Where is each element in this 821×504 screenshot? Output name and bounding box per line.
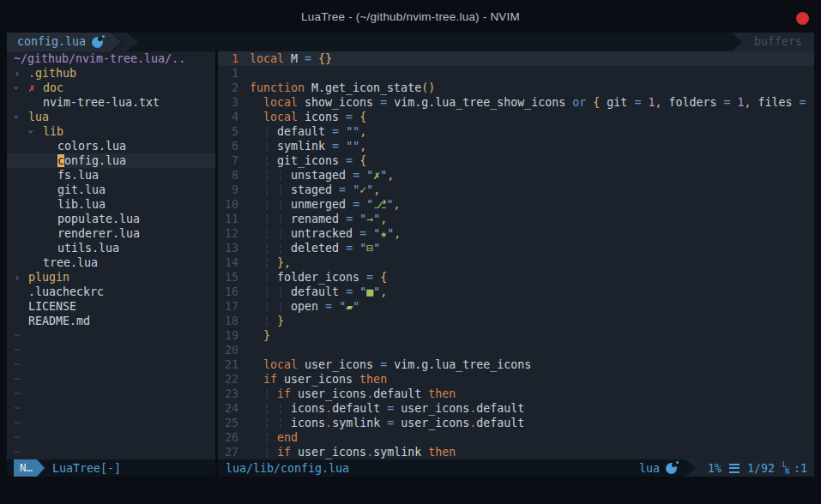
tree-item-label: git.lua	[57, 183, 106, 196]
code-line[interactable]: 1local M = {}	[218, 51, 814, 66]
line-number: 25	[218, 416, 238, 430]
indent-guide: ¦	[263, 140, 270, 153]
tree-item-git.lua[interactable]: git.lua	[7, 183, 215, 197]
tree-root-path[interactable]: ~/github/nvim-tree.lua/..	[7, 51, 215, 66]
close-button[interactable]	[796, 12, 809, 25]
code-line[interactable]: 8 ¦ ¦ unstaged = "✗",	[218, 168, 814, 183]
code-line[interactable]: 18 ¦ }	[218, 314, 814, 328]
code-line[interactable]: 2function M.get_icon_state()	[218, 81, 814, 95]
tree-item-renderer.lua[interactable]: renderer.lua	[7, 226, 215, 241]
string-icon-glyph: →	[366, 213, 373, 225]
tree-item-populate.lua[interactable]: populate.lua	[7, 212, 215, 226]
tree-item-label: lua	[28, 111, 49, 123]
tree-item-fs.lua[interactable]: fs.lua	[7, 168, 215, 183]
line-number: 27	[218, 445, 238, 459]
tree-item-colors.lua[interactable]: colors.lua	[7, 139, 215, 153]
tree-item-nvim-tree-lua.txt[interactable]: nvim-tree-lua.txt	[7, 95, 215, 110]
indent-guide: ¦	[263, 198, 270, 211]
code-line[interactable]: 23 ¦ if user_icons.default then	[218, 387, 814, 401]
buffers-label: buffers	[732, 33, 814, 51]
string-icon-glyph: ★	[380, 227, 387, 240]
code-line[interactable]: 27 ¦ if user_icons.symlink then	[218, 445, 814, 459]
code-line[interactable]: 4 local icons = {	[218, 110, 814, 124]
indent-guide: ¦	[263, 227, 270, 240]
line-number: 16	[218, 285, 238, 299]
code-line[interactable]: 10 ¦ ¦ unmerged = "⎇",	[218, 197, 814, 212]
statusline-file-path: lua/lib/config.lua	[226, 462, 349, 475]
code-line[interactable]: 1	[218, 66, 814, 81]
indent-guide: ¦	[263, 242, 270, 255]
code-line[interactable]: 6 ¦ symlink = "",	[218, 139, 814, 153]
indent-guide: ¦	[277, 183, 284, 196]
tree-item-lua[interactable]: ›lua	[7, 110, 215, 124]
empty-line-tilde: ~	[7, 372, 215, 387]
tree-item-label: tree.lua	[43, 256, 98, 269]
chevron-right-icon[interactable]: ›	[14, 270, 28, 285]
nvim-frame: config.lua buffers ~/github/nvim-tree.lu…	[7, 33, 814, 477]
string-icon-glyph: ⊟	[366, 242, 373, 255]
code-line[interactable]: 9 ¦ ¦ staged = "✓",	[218, 183, 814, 197]
code-line[interactable]: 21 local user_icons = vim.g.lua_tree_ico…	[218, 357, 814, 372]
tree-item-.github[interactable]: ›.github	[7, 66, 215, 81]
tree-item-lib.lua[interactable]: lib.lua	[7, 197, 215, 212]
chevron-right-icon[interactable]: ›	[14, 66, 28, 81]
tree-item-label: README.md	[28, 315, 90, 327]
column-group: L N :1	[782, 462, 807, 475]
code-line[interactable]: 22 if user_icons then	[218, 372, 814, 387]
code-line[interactable]: 5 ¦ default = "",	[218, 124, 814, 139]
tree-item-doc[interactable]: ›✗doc	[7, 81, 215, 95]
indent-guide: ¦	[263, 387, 270, 400]
empty-line-tilde: ~	[7, 401, 215, 416]
code-line[interactable]: 16 ¦ ¦ default = "■",	[218, 285, 814, 299]
mode-indicator: N…	[14, 459, 45, 477]
code-line[interactable]: 17 ¦ ¦ open = "▰"	[218, 299, 814, 314]
titlebar: LuaTree - (~/github/nvim-tree.lua) - NVI…	[0, 0, 821, 33]
tree-cursor: c	[57, 154, 64, 167]
statusline: N… LuaTree[-] lua/lib/config.lua lua 1% …	[7, 459, 814, 477]
tree-item-label: nvim-tree-lua.txt	[43, 96, 160, 109]
indent-guide: ¦	[263, 183, 270, 196]
code-line[interactable]: 11 ¦ ¦ renamed = "→",	[218, 212, 814, 226]
statusline-tree-label: LuaTree[-]	[52, 462, 121, 475]
code-line[interactable]: 13 ¦ ¦ deleted = "⊟"	[218, 241, 814, 255]
tab-config-lua[interactable]: config.lua	[7, 33, 122, 51]
line-number: 20	[218, 343, 238, 357]
column-position: :1	[794, 462, 807, 475]
tree-item-plugin[interactable]: ›plugin	[7, 270, 215, 285]
empty-line-tilde: ~	[7, 328, 215, 343]
indent-guide: ¦	[277, 285, 284, 298]
tree-item-label: .github	[28, 67, 76, 80]
filetype-group: lua	[639, 462, 677, 475]
chevron-down-icon[interactable]: ›	[28, 124, 43, 139]
tree-item-config.lua[interactable]: config.lua	[7, 153, 215, 168]
tree-item-label: renderer.lua	[57, 227, 140, 240]
chevron-down-icon[interactable]: ›	[14, 81, 28, 95]
code-line[interactable]: 14 ¦ },	[218, 255, 814, 270]
code-line[interactable]: 7 ¦ git_icons = {	[218, 153, 814, 168]
tree-item-tree.lua[interactable]: tree.lua	[7, 255, 215, 270]
indent-guide: ¦	[277, 169, 284, 182]
chevron-down-icon[interactable]: ›	[14, 110, 28, 124]
empty-line-tilde: ~	[7, 357, 215, 372]
line-number: 17	[218, 299, 238, 314]
code-line[interactable]: 24 ¦ ¦ icons.default = user_icons.defaul…	[218, 401, 814, 416]
code-line[interactable]: 19 }	[218, 328, 814, 343]
tree-item-lib[interactable]: ›lib	[7, 124, 215, 139]
code-line[interactable]: 12 ¦ ¦ untracked = "★",	[218, 226, 814, 241]
code-pane: 1local M = {}12function M.get_icon_state…	[218, 51, 814, 459]
empty-line-tilde: ~	[7, 430, 215, 445]
code-line[interactable]: 25 ¦ ¦ icons.symlink = user_icons.defaul…	[218, 416, 814, 430]
line-number: 19	[218, 328, 238, 343]
code-line[interactable]: 26 ¦ end	[218, 430, 814, 445]
code-line[interactable]: 20	[218, 343, 814, 357]
tree-item-.luacheckrc[interactable]: .luacheckrc	[7, 285, 215, 299]
tree-item-LICENSE[interactable]: LICENSE	[7, 299, 215, 314]
tree-item-utils.lua[interactable]: utils.lua	[7, 241, 215, 255]
code-line[interactable]: 3 local show_icons = vim.g.lua_tree_show…	[218, 95, 814, 110]
scroll-position-group: 1% 1/92 L N :1	[685, 459, 814, 477]
indent-guide: ¦	[263, 271, 270, 284]
tree-item-README.md[interactable]: README.md	[7, 314, 215, 328]
code-line[interactable]: 15 ¦ folder_icons = {	[218, 270, 814, 285]
string-icon-glyph: ⎇	[373, 198, 386, 211]
line-position: 1/92	[747, 462, 775, 475]
